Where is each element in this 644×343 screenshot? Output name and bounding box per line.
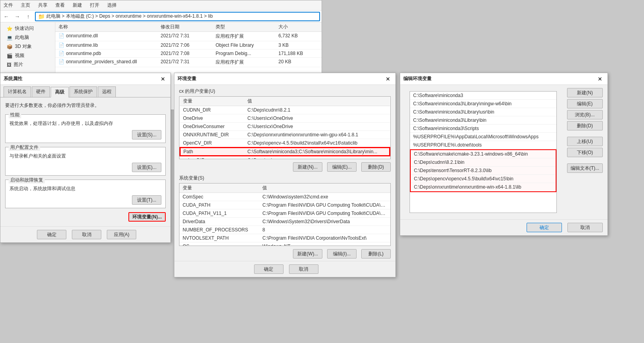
envvars-close[interactable]: ✕ <box>384 75 392 83</box>
editenv-new-btn[interactable]: 新建(N) <box>567 88 603 97</box>
editenv-list-item[interactable]: C:\Software\miniconda3\Library\mingw-w64… <box>410 100 556 108</box>
sys-var-row[interactable]: ComSpecC:\Windows\system32\cmd.exe <box>179 193 390 201</box>
file-row-2[interactable]: 📄onnxruntime.pdb 2021/7/2 7:08 Program D… <box>55 50 322 58</box>
sys-var-row[interactable]: NVTOOLSEXT_PATHC:\Program Files\NVIDIA C… <box>179 234 390 242</box>
sysprop-ok[interactable]: 确定 <box>37 230 66 239</box>
sysprop-body: 要进行大多数更改，你必须作为管理员登录。 性能 视觉效果，处理器计划，内存使用，… <box>0 97 170 226</box>
editenv-list-item[interactable]: C:\Deps\onnxruntime\onnxruntime-win-x64-… <box>411 183 556 191</box>
toolbar-home[interactable]: 主页 <box>19 1 32 9</box>
performance-section: 性能 视觉效果，处理器计划，内存使用，以及虚拟内存 设置(S)... <box>5 114 166 143</box>
sys-var-row[interactable]: CUDA_PATH_V11_1C:\Program Files\NVIDIA G… <box>179 209 390 218</box>
nav-forward[interactable]: → <box>13 12 22 21</box>
editenv-list-item[interactable]: C:\Software\miniconda3 <box>410 92 556 100</box>
userprofile-title: 用户配置文件 <box>9 144 40 151</box>
editenv-list-item[interactable]: %USERPROFILE%\.dotnet\tools <box>410 141 556 149</box>
sys-vars-table-container[interactable]: 变量 值 ComSpecC:\Windows\system32\cmd.exeC… <box>179 183 391 246</box>
user-col-val: 值 <box>244 97 390 106</box>
user-vars-table-container[interactable]: 变量 值 CUDNN_DIRC:\Deps\cudnn\8.2.1OneDriv… <box>179 96 391 159</box>
user-var-value: C:\Software\miniconda3;C:\Software\minic… <box>244 147 390 156</box>
toolbar-share[interactable]: 共享 <box>37 1 49 9</box>
editenv-moveup-btn[interactable]: 上移(U) <box>567 137 603 146</box>
envvars-ok[interactable]: 确定 <box>254 264 284 274</box>
user-var-row[interactable]: OneDriveC:\Users\cx\OneDrive <box>180 114 390 123</box>
sys-var-value: C:\Program Files\NVIDIA GPU Computing To… <box>259 201 390 209</box>
envvars-btn[interactable]: 环境变量(N)... <box>128 212 166 222</box>
user-var-name: OneDrive <box>180 114 244 123</box>
sys-var-row[interactable]: CUDA_PATHC:\Program Files\NVIDIA GPU Com… <box>179 201 390 209</box>
file-row-1[interactable]: 📄onnxruntime.lib 2021/7/2 7:06 Object Fi… <box>55 41 322 50</box>
user-var-row[interactable]: ONNXRUNTIME_DIRC:\Deps\onnxruntime\onnxr… <box>180 131 390 139</box>
tab-remote[interactable]: 远程 <box>98 86 116 97</box>
user-var-row[interactable]: pplcv_DIRC:\Deps\ppl.cv <box>180 156 390 159</box>
toolbar-new[interactable]: 新建 <box>71 1 84 9</box>
editenv-edit-btn[interactable]: 编辑(E) <box>567 99 603 108</box>
user-new-btn[interactable]: 新建(N)... <box>293 162 322 172</box>
sysprop-apply[interactable]: 应用(A) <box>107 230 136 239</box>
sidebar-item-3dobjects[interactable]: 📦 3D 对象 <box>0 42 55 51</box>
toolbar-open[interactable]: 打开 <box>88 1 101 9</box>
sys-col-val: 值 <box>259 183 390 193</box>
file-row-3[interactable]: 📄onnxruntime_providers_shared.dll 2021/7… <box>55 58 322 67</box>
admin-note: 要进行大多数更改，你必须作为管理员登录。 <box>5 102 166 109</box>
editenv-list-item[interactable]: %USERPROFILE%\AppData\Local\Microsoft\Wi… <box>410 133 556 141</box>
sys-var-name: DriverData <box>179 218 259 226</box>
sysprop-close[interactable]: ✕ <box>159 75 167 83</box>
startup-settings-btn[interactable]: 设置(T)... <box>132 195 161 205</box>
editenv-list-item[interactable]: C:\Software\cmake\cmake-3.23.1-windows-x… <box>411 150 556 158</box>
sidebar-item-quickaccess[interactable]: ⭐ 快速访问 <box>0 24 55 33</box>
nav-up[interactable]: ↑ <box>24 12 33 21</box>
nav-back[interactable]: ← <box>2 12 11 21</box>
editenv-list[interactable]: C:\Software\miniconda3C:\Software\minico… <box>410 91 557 213</box>
sys-new-btn[interactable]: 新建(W)... <box>293 249 322 259</box>
toolbar-view[interactable]: 查看 <box>54 1 66 9</box>
sidebar-item-thispc[interactable]: 💻 此电脑 <box>0 33 55 42</box>
sys-var-name: ComSpec <box>179 193 259 201</box>
toolbar-select[interactable]: 选择 <box>106 1 118 9</box>
sysprop-cancel[interactable]: 取消 <box>72 230 101 239</box>
user-delete-btn[interactable]: 删除(D) <box>361 162 391 172</box>
user-var-row[interactable]: PathC:\Software\miniconda3;C:\Software\m… <box>180 147 390 156</box>
tab-advanced[interactable]: 高级 <box>51 87 69 97</box>
tab-sysprotect[interactable]: 系统保护 <box>70 86 97 97</box>
envvars-footer: 确定 取消 <box>174 261 395 277</box>
user-var-row[interactable]: OpenCV_DIRC:\Deps\opencv-4.5.5\build2\in… <box>180 139 390 148</box>
user-var-row[interactable]: CUDNN_DIRC:\Deps\cudnn\8.2.1 <box>180 106 390 114</box>
pictures-icon: 🖼 <box>7 62 11 68</box>
toolbar-file[interactable]: 文件 <box>2 1 15 9</box>
sidebar-item-pictures[interactable]: 🖼 图片 <box>0 60 55 69</box>
envvars-cancel[interactable]: 取消 <box>289 264 318 274</box>
sys-vars-table: 变量 值 ComSpecC:\Windows\system32\cmd.exeC… <box>179 183 390 246</box>
editenv-ok[interactable]: 确定 <box>527 223 562 232</box>
startup-desc: 系统启动，系统故障和调试信息 <box>9 185 161 192</box>
editenv-list-item[interactable]: C:\Software\miniconda3\Library\bin <box>410 116 556 125</box>
user-var-name: Path <box>180 147 244 156</box>
sidebar-item-videos[interactable]: 🎬 视频 <box>0 51 55 60</box>
editenv-movedown-btn[interactable]: 下移(O) <box>567 148 603 157</box>
editenv-list-item[interactable]: C:\Deps\tensorrt\TensorRT-8.2.3.0\lib <box>411 167 556 175</box>
sys-var-row[interactable]: OSWindows_NT <box>179 242 390 246</box>
sys-delete-btn[interactable]: 删除(L) <box>361 249 391 259</box>
sys-var-name: NUMBER_OF_PROCESSORS <box>179 226 259 234</box>
editenv-list-item[interactable]: C:\Deps\cudnn\8.2.1\bin <box>411 158 556 167</box>
tab-hardware[interactable]: 硬件 <box>32 86 50 97</box>
editenv-edittext-btn[interactable]: 编辑文本(T)... <box>567 163 603 173</box>
editenv-close[interactable]: ✕ <box>596 75 604 83</box>
file-row-0[interactable]: 📄onnxruntime.dll 2021/7/2 7:31 应用程序扩展 6,… <box>55 32 322 41</box>
editenv-list-item[interactable]: C:\Software\miniconda3\Library\usr\bin <box>410 108 556 116</box>
editenv-delete-btn[interactable]: 删除(D) <box>567 121 603 130</box>
address-path[interactable]: 📁 此电脑 > 本地磁盘 (C:) > Deps > onnxruntime >… <box>35 12 320 21</box>
editenv-browse-btn[interactable]: 浏览(B)... <box>567 110 603 119</box>
user-var-name: CUDNN_DIR <box>180 106 244 114</box>
tab-computername[interactable]: 计算机名 <box>4 86 31 97</box>
sys-var-row[interactable]: DriverDataC:\Windows\System32\Drivers\Dr… <box>179 218 390 226</box>
sys-edit-btn[interactable]: 编辑(I)... <box>327 249 357 259</box>
user-var-row[interactable]: OneDriveConsumerC:\Users\cx\OneDrive <box>180 123 390 131</box>
user-edit-btn[interactable]: 编辑(E)... <box>327 162 357 172</box>
editenv-list-item[interactable]: C:\Deps\opencv\opencv4.5.5\build\x64\vc1… <box>411 175 556 183</box>
editenv-list-item[interactable]: C:\Software\miniconda3\Scripts <box>410 125 556 133</box>
startup-section: 启动和故障恢复 系统启动，系统故障和调试信息 设置(T)... <box>5 180 166 208</box>
userprofile-settings-btn[interactable]: 设置(E)... <box>132 163 161 172</box>
sys-var-row[interactable]: NUMBER_OF_PROCESSORS8 <box>179 226 390 234</box>
editenv-cancel[interactable]: 取消 <box>567 223 603 232</box>
performance-settings-btn[interactable]: 设置(S)... <box>132 130 161 139</box>
